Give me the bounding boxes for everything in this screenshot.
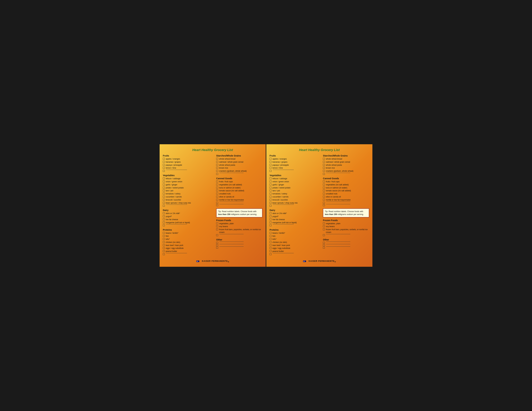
checkbox[interactable] (163, 222, 165, 223)
checkbox[interactable] (216, 161, 218, 163)
checkbox[interactable] (270, 196, 272, 198)
checkbox[interactable] (270, 205, 272, 207)
checkbox[interactable] (323, 180, 325, 182)
checkbox[interactable] (163, 158, 165, 160)
checkbox[interactable] (163, 224, 165, 226)
checkbox[interactable] (163, 189, 165, 191)
checkbox[interactable] (163, 232, 165, 234)
checkbox[interactable] (216, 234, 218, 236)
checkbox[interactable] (270, 222, 272, 223)
checkbox[interactable] (216, 189, 218, 191)
checkbox[interactable] (163, 196, 165, 198)
checkbox[interactable] (163, 177, 165, 179)
checkbox[interactable] (323, 228, 325, 230)
checkbox[interactable] (163, 235, 165, 237)
checkbox[interactable] (323, 161, 325, 163)
checkbox[interactable] (270, 241, 272, 243)
checkbox[interactable] (323, 164, 325, 166)
checkbox[interactable] (270, 202, 272, 204)
checkbox[interactable] (270, 235, 272, 237)
checkbox[interactable] (163, 244, 165, 246)
checkbox[interactable] (216, 180, 218, 182)
checkbox[interactable] (270, 238, 272, 240)
checkbox[interactable] (270, 253, 272, 255)
checkbox[interactable] (270, 177, 272, 179)
checkbox[interactable] (216, 244, 218, 246)
checkbox[interactable] (270, 250, 272, 252)
checkbox[interactable] (216, 204, 218, 206)
checkbox[interactable] (323, 244, 325, 246)
checkbox[interactable] (163, 161, 165, 163)
checkbox[interactable] (216, 199, 218, 201)
checkbox[interactable] (323, 170, 325, 172)
checkbox[interactable] (216, 187, 218, 188)
checkbox[interactable] (163, 170, 165, 172)
checkbox[interactable] (270, 224, 272, 226)
checkbox[interactable] (216, 228, 218, 230)
checkbox[interactable] (163, 202, 165, 204)
checkbox[interactable] (163, 253, 165, 255)
checkbox[interactable] (323, 187, 325, 188)
checkbox[interactable] (270, 164, 272, 166)
checkbox[interactable] (323, 247, 325, 249)
checkbox[interactable] (323, 184, 325, 186)
checkbox[interactable] (270, 215, 272, 217)
checkbox[interactable] (163, 167, 165, 169)
checkbox[interactable] (163, 199, 165, 201)
checkbox[interactable] (270, 161, 272, 163)
checkbox[interactable] (270, 167, 272, 169)
checkbox[interactable] (323, 225, 325, 227)
checkbox[interactable] (270, 170, 272, 172)
checkbox[interactable] (323, 189, 325, 191)
checkbox[interactable] (216, 164, 218, 166)
checkbox[interactable] (270, 180, 272, 182)
checkbox[interactable] (163, 218, 165, 220)
checkbox[interactable] (323, 167, 325, 169)
checkbox[interactable] (323, 199, 325, 201)
checkbox[interactable] (216, 170, 218, 172)
checkbox[interactable] (323, 234, 325, 236)
checkbox[interactable] (163, 205, 165, 207)
checkbox[interactable] (163, 247, 165, 249)
checkbox[interactable] (163, 193, 165, 195)
checkbox[interactable] (323, 193, 325, 195)
checkbox[interactable] (270, 158, 272, 160)
checkbox[interactable] (163, 215, 165, 217)
checkbox[interactable] (270, 199, 272, 201)
checkbox[interactable] (216, 184, 218, 186)
checkbox[interactable] (270, 247, 272, 249)
checkbox[interactable] (270, 193, 272, 195)
checkbox[interactable] (163, 180, 165, 182)
checkbox[interactable] (323, 242, 325, 244)
checkbox[interactable] (163, 164, 165, 166)
checkbox[interactable] (270, 232, 272, 234)
checkbox[interactable] (216, 158, 218, 160)
checkbox[interactable] (216, 193, 218, 195)
checkbox[interactable] (270, 218, 272, 220)
checkbox[interactable] (323, 204, 325, 206)
checkbox[interactable] (216, 242, 218, 244)
checkbox[interactable] (216, 247, 218, 249)
checkbox[interactable] (216, 196, 218, 198)
checkbox[interactable] (163, 241, 165, 243)
checkbox[interactable] (216, 173, 218, 175)
checkbox[interactable] (163, 238, 165, 240)
checkbox[interactable] (270, 244, 272, 246)
checkbox[interactable] (270, 184, 272, 186)
checkbox[interactable] (163, 187, 165, 188)
checkbox[interactable] (323, 223, 325, 224)
checkbox[interactable] (270, 187, 272, 188)
checkbox[interactable] (323, 196, 325, 198)
checkbox[interactable] (270, 189, 272, 191)
checkbox[interactable] (216, 167, 218, 169)
checkbox[interactable] (216, 202, 218, 204)
checkbox[interactable] (323, 173, 325, 175)
checkbox[interactable] (216, 223, 218, 224)
checkbox[interactable] (323, 202, 325, 204)
checkbox[interactable] (163, 184, 165, 186)
checkbox[interactable] (163, 212, 165, 214)
checkbox[interactable] (163, 250, 165, 252)
checkbox[interactable] (323, 158, 325, 160)
checkbox[interactable] (270, 212, 272, 214)
checkbox[interactable] (216, 225, 218, 227)
